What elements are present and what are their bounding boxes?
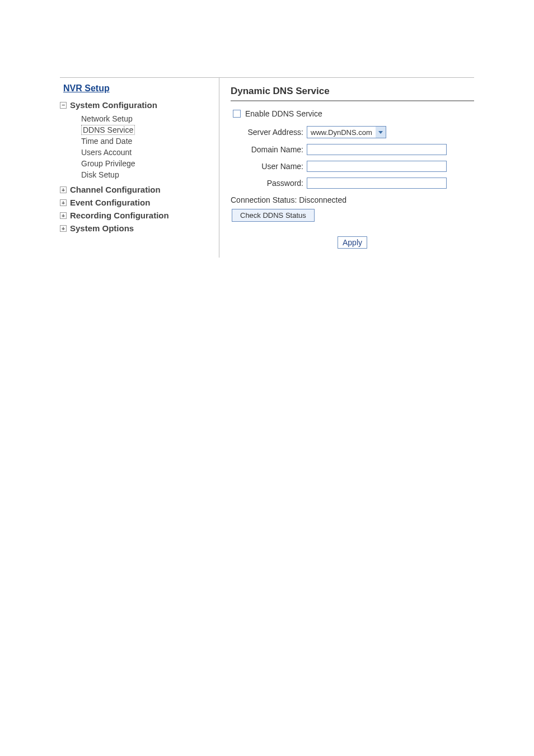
sidebar-title[interactable]: NVR Setup xyxy=(63,83,213,94)
tree-item-label: Network Setup xyxy=(81,114,133,123)
tree-item-label: Time and Date xyxy=(81,137,132,146)
svg-marker-0 xyxy=(378,131,383,134)
main-panel: Dynamic DNS Service Enable DDNS Service … xyxy=(219,78,474,258)
server-address-label: Server Address: xyxy=(231,128,307,137)
user-name-input[interactable] xyxy=(307,161,447,172)
panel-title: Dynamic DNS Service xyxy=(231,86,474,101)
user-name-label: User Name: xyxy=(231,162,307,171)
tree-section-event-configuration[interactable]: + Event Configuration xyxy=(60,197,213,208)
collapse-icon: − xyxy=(60,102,67,109)
tree-section-label: System Configuration xyxy=(70,100,157,110)
tree-section-system-configuration[interactable]: − System Configuration xyxy=(60,99,213,111)
expand-icon: + xyxy=(60,186,67,193)
tree-section-label: Recording Configuration xyxy=(70,211,169,220)
tree-item-time-and-date[interactable]: Time and Date xyxy=(81,136,213,147)
tree-section-system-options[interactable]: + System Options xyxy=(60,222,213,234)
tree-section-label: Event Configuration xyxy=(70,198,150,207)
expand-icon: + xyxy=(60,225,67,232)
tree-item-group-privilege[interactable]: Group Privilege xyxy=(81,158,213,169)
tree-item-label: Disk Setup xyxy=(81,170,119,179)
tree-section-recording-configuration[interactable]: + Recording Configuration xyxy=(60,209,213,221)
server-address-value: www.DynDNS.com xyxy=(307,128,376,137)
tree-item-label: Users Account xyxy=(81,148,132,157)
tree-item-label: Group Privilege xyxy=(81,159,135,168)
connection-status: Connection Status: Disconnected xyxy=(231,195,474,204)
tree-section-channel-configuration[interactable]: + Channel Configuration xyxy=(60,184,213,195)
tree-section-label: Channel Configuration xyxy=(70,185,161,194)
domain-name-input[interactable] xyxy=(307,144,447,155)
tree-item-disk-setup[interactable]: Disk Setup xyxy=(81,169,213,180)
tree-item-label: DDNS Service xyxy=(81,125,135,135)
enable-ddns-checkbox[interactable] xyxy=(233,110,241,118)
expand-icon: + xyxy=(60,199,67,206)
chevron-down-icon xyxy=(376,127,386,138)
tree-item-users-account[interactable]: Users Account xyxy=(81,147,213,158)
server-address-select[interactable]: www.DynDNS.com xyxy=(307,126,386,138)
tree-item-network-setup[interactable]: Network Setup xyxy=(81,113,213,124)
enable-ddns-label: Enable DDNS Service xyxy=(245,109,322,118)
sidebar-nav: NVR Setup − System Configuration Network… xyxy=(60,78,219,258)
domain-name-label: Domain Name: xyxy=(231,145,307,154)
expand-icon: + xyxy=(60,212,67,219)
password-label: Password: xyxy=(231,179,307,188)
tree-section-label: System Options xyxy=(70,223,134,233)
password-input[interactable] xyxy=(307,178,447,189)
check-ddns-status-button[interactable]: Check DDNS Status xyxy=(232,209,315,222)
tree-item-ddns-service[interactable]: DDNS Service xyxy=(81,124,213,136)
apply-button[interactable]: Apply xyxy=(338,236,367,249)
